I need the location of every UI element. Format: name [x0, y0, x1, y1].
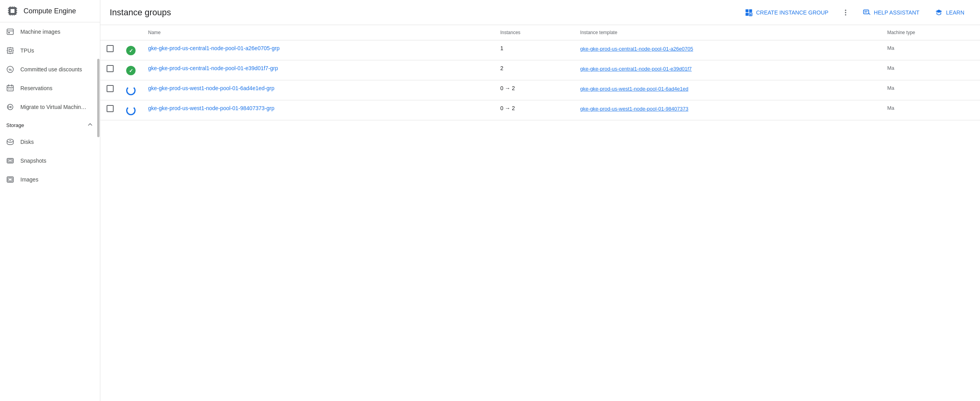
learn-button[interactable]: LEARN — [929, 5, 971, 20]
sidebar-item-label: TPUs — [20, 47, 34, 54]
sidebar-item-tpus[interactable]: TPUs — [0, 41, 100, 60]
svg-rect-4 — [14, 6, 14, 8]
learn-icon — [935, 9, 943, 16]
sidebar-item-machine-images[interactable]: Machine images — [0, 22, 100, 41]
row-checkbox[interactable] — [107, 85, 114, 92]
svg-rect-8 — [8, 8, 9, 9]
storage-collapse-icon[interactable] — [87, 121, 94, 129]
sidebar-item-images[interactable]: Images — [0, 170, 100, 189]
topbar-actions: CREATE INSTANCE GROUP HELP ASSISTANT — [739, 5, 971, 20]
table-area: Name Instances Instance template Machine… — [100, 25, 980, 401]
disks-icon — [6, 138, 14, 146]
create-instance-group-button[interactable]: CREATE INSTANCE GROUP — [739, 5, 835, 20]
svg-rect-9 — [8, 10, 9, 11]
row-checkbox[interactable] — [107, 105, 114, 112]
svg-rect-6 — [12, 14, 13, 16]
sidebar-item-disks[interactable]: Disks — [0, 132, 100, 151]
help-assistant-button[interactable]: HELP ASSISTANT — [857, 5, 926, 20]
more-options-button[interactable] — [838, 5, 853, 20]
row-name-cell: gke-gke-prod-us-west1-node-pool-01-98407… — [142, 100, 494, 120]
instance-group-name-link[interactable]: gke-gke-prod-us-west1-node-pool-01-6ad4e… — [148, 85, 274, 91]
row-status-cell: ✓ — [120, 60, 142, 80]
svg-rect-29 — [11, 89, 12, 89]
machine-images-icon — [6, 28, 14, 36]
help-assistant-icon — [863, 9, 871, 16]
scrollbar-thumb[interactable] — [97, 59, 100, 137]
col-checkbox — [100, 25, 120, 40]
row-status-cell: ✓ — [120, 40, 142, 60]
row-checkbox[interactable] — [107, 65, 114, 72]
row-instances-cell: 0 → 2 — [494, 100, 574, 120]
storage-section-header: Storage — [0, 118, 100, 132]
row-machine-cell: Ma — [881, 100, 980, 120]
svg-text:%: % — [9, 68, 12, 72]
svg-rect-39 — [9, 178, 12, 181]
row-template-cell: gke-gke-prod-us-central1-node-pool-01-e3… — [574, 60, 881, 80]
sidebar-item-reservations[interactable]: Reservations — [0, 79, 100, 98]
table-header-row: Name Instances Instance template Machine… — [100, 25, 980, 40]
sidebar-item-snapshots[interactable]: Snapshots — [0, 151, 100, 170]
instance-template-link[interactable]: gke-gke-prod-us-west1-node-pool-01-98407… — [580, 106, 688, 112]
sidebar-title: Compute Engine — [24, 7, 76, 15]
svg-rect-28 — [10, 89, 11, 89]
instance-template-link[interactable]: gke-gke-prod-us-central1-node-pool-01-a2… — [580, 46, 693, 52]
instance-group-name-link[interactable]: gke-gke-prod-us-central1-node-pool-01-a2… — [148, 45, 279, 51]
row-template-cell: gke-gke-prod-us-west1-node-pool-01-98407… — [574, 100, 881, 120]
row-checkbox-cell — [100, 80, 120, 100]
row-machine-cell: Ma — [881, 80, 980, 100]
sidebar-item-label: Machine images — [20, 29, 60, 35]
col-status — [120, 25, 142, 40]
sidebar-item-migrate[interactable]: Migrate to Virtual Machin… — [0, 98, 100, 116]
row-checkbox-cell — [100, 60, 120, 80]
status-loading-icon — [126, 106, 136, 115]
table-row: ✓gke-gke-prod-us-central1-node-pool-01-e… — [100, 60, 980, 80]
row-checkbox-cell — [100, 40, 120, 60]
sidebar-item-label: Committed use discounts — [20, 66, 82, 73]
col-instances: Instances — [494, 25, 574, 40]
instance-groups-table: Name Instances Instance template Machine… — [100, 25, 980, 120]
svg-rect-27 — [8, 89, 9, 89]
svg-rect-5 — [10, 14, 11, 16]
svg-rect-42 — [746, 13, 749, 16]
tpu-icon — [6, 47, 14, 54]
row-template-cell: gke-gke-prod-us-central1-node-pool-01-a2… — [574, 40, 881, 60]
instance-group-name-link[interactable]: gke-gke-prod-us-west1-node-pool-01-98407… — [148, 105, 274, 111]
sidebar-scrollbar[interactable] — [97, 0, 100, 401]
table-row: ✓gke-gke-prod-us-central1-node-pool-01-a… — [100, 40, 980, 60]
page-title: Instance groups — [110, 7, 732, 18]
sidebar: Compute Engine Machine images TPUs — [0, 0, 100, 401]
svg-rect-41 — [749, 9, 752, 12]
sidebar-item-committed-use[interactable]: % Committed use discounts — [0, 60, 100, 79]
svg-rect-23 — [7, 85, 13, 91]
row-name-cell: gke-gke-prod-us-central1-node-pool-01-a2… — [142, 40, 494, 60]
snapshots-icon — [6, 157, 14, 165]
svg-rect-2 — [10, 6, 11, 8]
storage-label: Storage — [6, 122, 24, 128]
svg-rect-49 — [864, 10, 869, 14]
row-checkbox[interactable] — [107, 45, 114, 52]
svg-rect-40 — [746, 9, 749, 12]
svg-rect-36 — [9, 160, 12, 161]
row-instances-cell: 1 — [494, 40, 574, 60]
help-btn-label: HELP ASSISTANT — [874, 9, 919, 16]
sidebar-item-label: Snapshots — [20, 158, 46, 164]
svg-rect-16 — [8, 32, 10, 33]
status-ok-icon: ✓ — [126, 66, 136, 75]
row-status-cell — [120, 100, 142, 120]
instance-group-name-link[interactable]: gke-gke-prod-us-central1-node-pool-01-e3… — [148, 65, 278, 71]
row-machine-cell: Ma — [881, 60, 980, 80]
sidebar-item-label: Reservations — [20, 85, 53, 91]
sidebar-item-label: Images — [20, 176, 38, 183]
svg-point-47 — [845, 12, 846, 13]
svg-rect-13 — [16, 12, 17, 13]
create-btn-label: CREATE INSTANCE GROUP — [756, 9, 828, 16]
svg-rect-3 — [12, 6, 13, 8]
svg-point-48 — [845, 14, 846, 15]
learn-btn-label: LEARN — [946, 9, 964, 16]
instance-template-link[interactable]: gke-gke-prod-us-west1-node-pool-01-6ad4e… — [580, 86, 688, 92]
row-name-cell: gke-gke-prod-us-west1-node-pool-01-6ad4e… — [142, 80, 494, 100]
svg-rect-7 — [14, 14, 14, 16]
instance-template-link[interactable]: gke-gke-prod-us-central1-node-pool-01-e3… — [580, 66, 692, 72]
topbar: Instance groups CREATE INSTANCE GROUP — [100, 0, 980, 25]
svg-rect-11 — [16, 8, 17, 9]
